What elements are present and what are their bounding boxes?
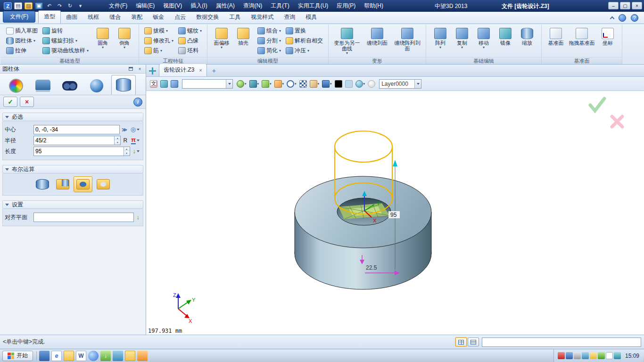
ribbon-punch[interactable]: 冲压 (284, 46, 325, 56)
tab-mold[interactable]: 模具 (300, 11, 322, 24)
ribbon-simplify[interactable]: 简化 (256, 46, 283, 56)
monitor-display-icon[interactable] (321, 80, 333, 88)
taskbar-folder2-icon[interactable] (125, 351, 135, 361)
new-tab-icon[interactable]: + (209, 66, 219, 76)
length-spinner[interactable] (124, 147, 130, 156)
menu-view[interactable]: 视图(V) (159, 0, 186, 12)
face-color-swatch[interactable] (344, 80, 354, 88)
csys-display-icon[interactable] (159, 80, 169, 88)
ribbon-move[interactable]: 移动 (473, 26, 495, 54)
point-picker-button[interactable]: ◎ (129, 125, 141, 134)
menu-utilities[interactable]: 实用工具(U) (294, 0, 333, 12)
ribbon-scale[interactable]: 缩放 (516, 26, 538, 54)
layer-combo[interactable]: Layer0000 (379, 79, 421, 89)
edge-color-swatch[interactable] (334, 80, 343, 88)
section-required-header[interactable]: 必选 (2, 113, 143, 121)
ribbon-thread[interactable]: 螺纹 (176, 26, 204, 36)
ribbon-combine[interactable]: 组合 (256, 26, 283, 36)
tab-inquire[interactable]: 查询 (279, 11, 300, 24)
ribbon-drag-datum-plane[interactable]: 拖拽基准面 (567, 26, 597, 54)
scene-display-icon[interactable] (170, 80, 179, 88)
boolean-add-icon[interactable] (53, 176, 72, 192)
menu-help[interactable]: 帮助(H) (360, 0, 388, 12)
menu-edit[interactable]: 编辑(E) (132, 0, 159, 12)
ribbon-mirror[interactable]: 镜像 (495, 26, 516, 54)
tab-data-exchange[interactable]: 数据交换 (191, 11, 224, 24)
minimize-button[interactable]: – (608, 2, 619, 9)
menu-applications[interactable]: 应用(P) (332, 0, 360, 12)
ribbon-pattern[interactable]: 阵列 (429, 26, 451, 54)
close-button[interactable]: × (632, 2, 642, 9)
taskbar-browser-icon[interactable] (88, 351, 99, 361)
section-settings-header[interactable]: 设置 (2, 200, 143, 209)
manager-input-icon[interactable] (111, 75, 136, 95)
tab-shape[interactable]: 造型 (38, 10, 61, 24)
ribbon-insert-sketch[interactable]: 插入草图 (4, 26, 40, 36)
taskbar-desktop-icon[interactable] (39, 351, 50, 361)
menu-insert[interactable]: 插入(I) (186, 0, 211, 12)
gear-blank-solid[interactable] (295, 176, 431, 289)
ribbon-resolve-self-intersection[interactable]: 解析自相交 (284, 36, 325, 46)
tray-input-method-icon[interactable] (606, 352, 613, 359)
open-file-icon[interactable]: ▨ (25, 2, 33, 9)
confirm-ok-mark[interactable] (590, 99, 604, 111)
file-menu-button[interactable]: 文件(F) (3, 11, 35, 23)
viewport[interactable]: Y X 95 22.5 (146, 91, 644, 335)
length-input[interactable] (33, 147, 130, 156)
menu-inquire[interactable]: 查询(N) (239, 0, 267, 12)
tray-network-icon[interactable] (582, 352, 589, 359)
length-measure-button[interactable]: ↓ (132, 147, 141, 156)
label-visibility-icon[interactable]: 文 (149, 80, 158, 88)
ribbon-wrap-to-face[interactable]: 缠绕到面 (362, 26, 392, 54)
help-icon[interactable]: ? (631, 14, 638, 22)
table-panel-icon[interactable] (455, 337, 467, 346)
info-button[interactable]: i (133, 98, 142, 107)
confirm-cancel-mark[interactable] (612, 116, 622, 127)
menu-file[interactable]: 文件(F) (105, 0, 132, 12)
pan-tabs-icon[interactable] (149, 67, 156, 74)
section-boolean-header[interactable]: 布尔运算 (2, 165, 143, 173)
section-view-icon[interactable] (273, 80, 285, 88)
ribbon-wrap-pattern-to-face[interactable]: 缠绕阵列到面 (392, 26, 422, 54)
ribbon-datum-plane[interactable]: 基准面 (545, 26, 567, 54)
status-command-input[interactable] (482, 337, 641, 347)
expand-input-icon[interactable]: ≫ (121, 127, 128, 133)
center-input[interactable] (33, 125, 120, 134)
list-panel-icon[interactable] (468, 337, 479, 346)
panel-close-icon[interactable]: × (136, 66, 143, 72)
boolean-intersect-icon[interactable] (74, 176, 92, 192)
manager-solid-icon[interactable] (31, 77, 55, 95)
redo-icon[interactable]: ↷ (56, 2, 64, 9)
circle-select-icon[interactable] (286, 80, 297, 88)
ribbon-coordinate[interactable]: 坐标 (597, 26, 619, 54)
view-orientation-icon[interactable] (236, 80, 248, 88)
3d-scene[interactable]: Y X 95 22.5 (146, 91, 644, 335)
align-plane-input[interactable] (33, 213, 134, 222)
tab-assembly[interactable]: 装配 (126, 11, 148, 24)
tab-wireframe[interactable]: 线框 (83, 11, 104, 24)
taskbar-ie-icon[interactable]: e (51, 351, 62, 361)
menu-tools[interactable]: 工具(T) (266, 0, 293, 12)
taskbar-folder-icon[interactable] (64, 351, 74, 361)
restore-button[interactable]: ▢ (620, 2, 630, 9)
ribbon-chamfer[interactable]: 倒角 (114, 26, 135, 54)
boolean-remove-icon[interactable] (94, 176, 113, 192)
boolean-base-icon[interactable] (33, 176, 52, 192)
tray-usb-icon[interactable] (574, 352, 581, 359)
taskbar-media-icon[interactable] (113, 351, 123, 361)
cancel-button[interactable]: × (20, 97, 34, 107)
taskbar-download-icon[interactable]: ↓ (100, 351, 111, 361)
undo-icon[interactable]: ↶ (45, 2, 53, 9)
ribbon-flange[interactable]: 凸缘 (176, 36, 204, 46)
tab-sheet-metal[interactable]: 钣金 (148, 11, 169, 24)
options-icon[interactable] (619, 14, 626, 22)
clock[interactable]: 15:09 (625, 353, 639, 359)
background-style-icon[interactable] (355, 80, 366, 88)
radius-measure-button[interactable]: π (130, 136, 141, 145)
radius-input[interactable] (33, 136, 121, 145)
tray-battery-icon[interactable] (614, 352, 621, 359)
ribbon-replace[interactable]: 置换 (284, 26, 325, 36)
ribbon-cylinder[interactable]: 圆柱体 (4, 36, 40, 46)
ribbon-collapse-icon[interactable] (610, 16, 615, 21)
ribbon-fillet[interactable]: 圆角 (92, 26, 114, 54)
